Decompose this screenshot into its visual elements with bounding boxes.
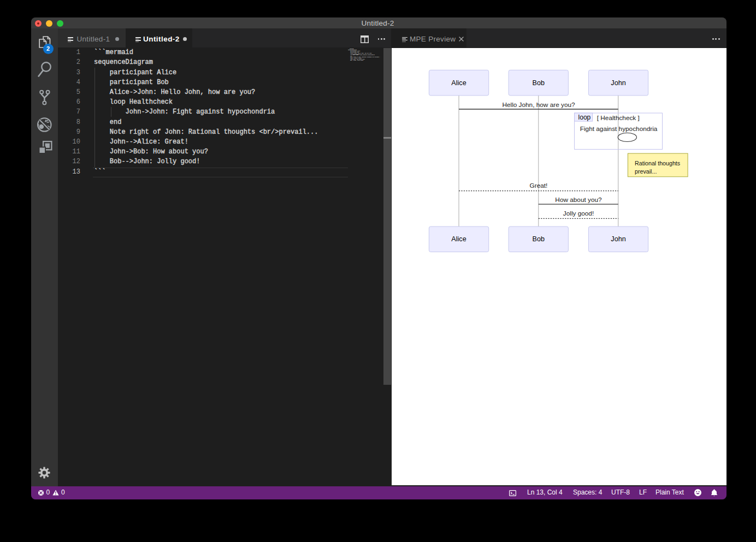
svg-text:Alice: Alice xyxy=(451,79,466,87)
svg-text:Alice: Alice xyxy=(451,235,466,243)
svg-text:Bob: Bob xyxy=(533,235,545,243)
svg-text:Hello John, how are you?: Hello John, how are you? xyxy=(502,101,575,109)
svg-text:How about you?: How about you? xyxy=(555,196,602,204)
svg-text:Great!: Great! xyxy=(530,182,548,189)
svg-text:John: John xyxy=(611,79,625,87)
svg-text:prevail...: prevail... xyxy=(635,168,657,175)
svg-text:[ Healthcheck ]: [ Healthcheck ] xyxy=(597,114,640,122)
svg-text:Bob: Bob xyxy=(533,79,545,87)
svg-text:Fight against hypochondria: Fight against hypochondria xyxy=(580,125,658,133)
svg-text:Jolly good!: Jolly good! xyxy=(563,210,594,217)
svg-text:loop: loop xyxy=(578,114,591,121)
svg-text:John: John xyxy=(611,235,625,243)
svg-text:Rational thoughts: Rational thoughts xyxy=(635,160,680,166)
